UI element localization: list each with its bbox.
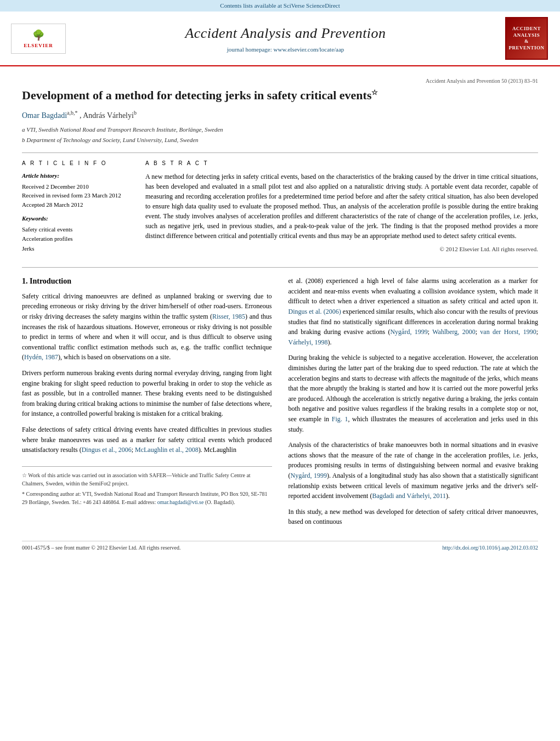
elsevier-logo-image: 🌳 ELSEVIER <box>11 24 66 54</box>
fn2-email-note: (O. Bagdadi). <box>205 499 235 505</box>
body-para-right-4: In this study, a new method was develope… <box>289 507 539 527</box>
received-date: Received 2 December 2010 <box>22 182 132 191</box>
ref-hyden[interactable]: Hydén, 1987 <box>24 353 58 361</box>
body-para-right-2: During braking the vehicle is subjected … <box>289 353 539 434</box>
abstract-col: A B S T R A C T A new method for detecti… <box>145 160 538 259</box>
elsevier-logo: 🌳 ELSEVIER <box>11 24 66 54</box>
author2-sup: b <box>134 110 137 116</box>
keyword-3: Jerks <box>22 244 132 254</box>
fn2-email-label: E-mail address: <box>122 499 156 505</box>
article-content: Accident Analysis and Prevention 50 (201… <box>0 66 560 563</box>
elsevier-tree-icon: 🌳 <box>32 29 44 42</box>
journal-center: Accident Analysis and Prevention journal… <box>74 24 497 54</box>
footnote-2: * Corresponding author at: VTI, Swedish … <box>22 490 272 506</box>
homepage-link[interactable]: www.elsevier.com/locate/aap <box>274 46 344 53</box>
elsevier-brand: ELSEVIER <box>24 42 53 49</box>
journal-top-bar: Contents lists available at SciVerse Sci… <box>0 0 560 12</box>
fn1-text: Work of this article was carried out in … <box>22 472 251 487</box>
body-col-left: 1. Introduction Safety critical driving … <box>22 276 272 533</box>
ref-nygard2[interactable]: Nygård, 1999 <box>291 472 327 479</box>
fn1-symbol: ☆ <box>22 472 27 478</box>
journal-homepage: journal homepage: www.elsevier.com/locat… <box>74 46 497 54</box>
ref-risser[interactable]: Risser, 1985 <box>212 313 245 320</box>
section1-title: 1. Introduction <box>22 276 272 287</box>
footnotes: ☆ Work of this article was carried out i… <box>22 466 272 506</box>
fn2-symbol: * <box>22 491 25 497</box>
body-col-right: et al. (2008) experienced a high level o… <box>289 276 539 533</box>
ref-bagdadi2011[interactable]: Bagdadi and Várhelyi, 2011 <box>372 492 446 500</box>
ref-nygard[interactable]: Nygård, 1999 <box>390 328 427 336</box>
body-para-3: False detections of safety critical driv… <box>22 425 272 455</box>
ref-fig1[interactable]: Fig. 1 <box>332 415 348 423</box>
body-content: 1. Introduction Safety critical driving … <box>22 276 538 533</box>
article-info-header: A R T I C L E I N F O <box>22 160 132 167</box>
journal-title-area: 🌳 ELSEVIER Accident Analysis and Prevent… <box>0 12 560 65</box>
keywords-label: Keywords: <box>22 214 132 223</box>
journal-corner-logo: ACCIDENTANALYSIS&PREVENTION <box>505 17 549 60</box>
history-group: Article history: Received 2 December 201… <box>22 172 132 209</box>
accepted-date: Accepted 28 March 2012 <box>22 200 132 210</box>
ref-varhelyi[interactable]: Várhelyi, 1998 <box>289 338 328 346</box>
homepage-label: journal homepage: <box>227 46 272 53</box>
ref-vdhorst[interactable]: van der Horst, 1990 <box>480 328 536 336</box>
corner-logo-box: ACCIDENTANALYSIS&PREVENTION <box>505 17 548 60</box>
author2-name: , András Várhelyi <box>80 111 134 120</box>
body-para-1: Safety critical driving manoeuvres are d… <box>22 291 272 363</box>
ref-dingus2006-r[interactable]: Dingus et al. (2006) <box>289 308 341 315</box>
abstract-text: A new method for detecting jerks in safe… <box>145 172 538 241</box>
body-para-2: Drivers perform numerous braking events … <box>22 368 272 419</box>
journal-name: Accident Analysis and Prevention <box>74 24 497 43</box>
fn2-email-link[interactable]: omar.bagdadi@vti.se <box>157 499 204 505</box>
footer-doi[interactable]: http://dx.doi.org/10.1016/j.aap.2012.03.… <box>442 544 538 552</box>
top-bar-text: Contents lists available at SciVerse Sci… <box>220 2 340 9</box>
body-para-right-1: et al. (2008) experienced a high level o… <box>289 276 539 347</box>
citation-line: Accident Analysis and Prevention 50 (201… <box>22 77 538 85</box>
journal-header: Contents lists available at SciVerse Sci… <box>0 0 560 66</box>
title-footnote-marker: ☆ <box>371 88 378 97</box>
history-label: Article history: <box>22 172 132 180</box>
section1-number: 1. <box>22 277 28 285</box>
footnote-1: ☆ Work of this article was carried out i… <box>22 471 272 488</box>
revised-date: Received in revised form 23 March 2012 <box>22 191 132 200</box>
author1-name: Omar Bagdadi <box>22 111 67 120</box>
ref-mclaughlin2008[interactable]: McLaughlin et al., 2008 <box>135 446 199 454</box>
divider-2 <box>22 267 538 268</box>
page-footer: 0001-4575/$ – see front matter © 2012 El… <box>22 541 538 552</box>
title-text: Development of a method for detecting je… <box>22 88 371 102</box>
footer-issn: 0001-4575/$ – see front matter © 2012 El… <box>22 544 180 552</box>
info-abstract-section: A R T I C L E I N F O Article history: R… <box>22 160 538 259</box>
article-title: Development of a method for detecting je… <box>22 88 538 104</box>
article-info-col: A R T I C L E I N F O Article history: R… <box>22 160 132 259</box>
corner-logo-text: ACCIDENTANALYSIS&PREVENTION <box>508 26 544 52</box>
authors-line: Omar Bagdadia,b,* , András Várhelyib <box>22 109 538 121</box>
keywords-group: Keywords: Safety critical events Acceler… <box>22 214 132 253</box>
copyright-line: © 2012 Elsevier Ltd. All rights reserved… <box>145 245 538 253</box>
ref-wahlberg[interactable]: Wahlberg, 2000 <box>432 328 475 336</box>
author1-sup: a,b,* <box>67 110 77 116</box>
affiliations: a VTI, Swedish National Road and Transpo… <box>22 125 538 144</box>
ref-dingus2006[interactable]: Dingus et al., 2006 <box>82 446 132 454</box>
abstract-header: A B S T R A C T <box>145 160 538 167</box>
affiliation-b: b Department of Technology and Society, … <box>22 135 538 145</box>
section1-name: Introduction <box>30 277 71 285</box>
affiliation-a: a VTI, Swedish National Road and Transpo… <box>22 125 538 134</box>
divider-1 <box>22 152 538 153</box>
keyword-2: Acceleration profiles <box>22 234 132 244</box>
body-para-right-3: Analysis of the characteristics of brake… <box>289 440 539 501</box>
body-two-col: 1. Introduction Safety critical driving … <box>22 276 538 533</box>
keyword-1: Safety critical events <box>22 225 132 235</box>
